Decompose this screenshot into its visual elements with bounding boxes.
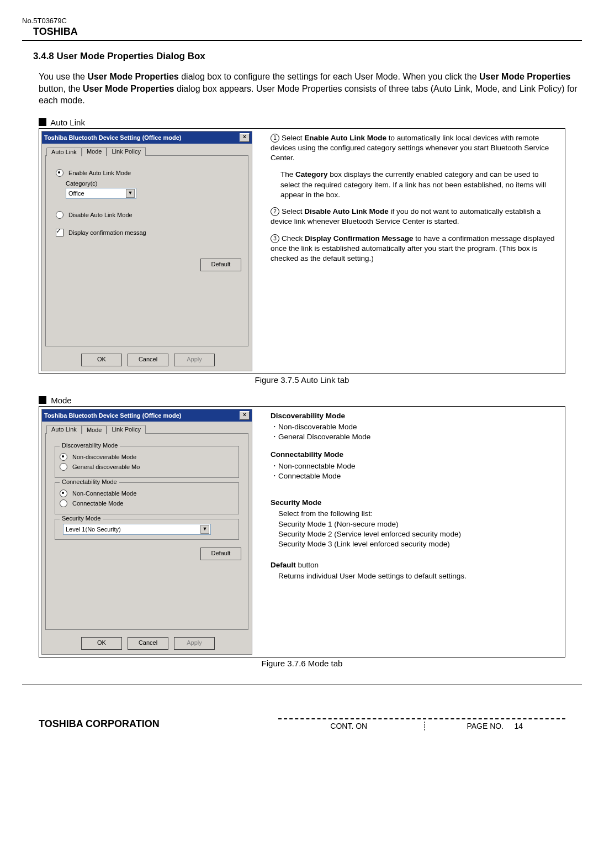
conn-opt1: ・Non-connectable Mode (271, 461, 557, 471)
non-connectable-label: Non-Connectable Mode (72, 490, 136, 497)
chevron-down-icon[interactable]: ▼ (126, 189, 135, 198)
square-bullet-icon (39, 396, 46, 404)
disc-opt2: ・General Discoverable Mode (271, 432, 557, 442)
tab-mode[interactable]: Mode (82, 147, 107, 156)
sec-0: Select from the following list: (278, 509, 557, 519)
intro-t3: button, the (39, 84, 83, 93)
intro-t1: You use the (39, 72, 87, 81)
apply-button[interactable]: Apply (174, 637, 215, 650)
dialog-titlebar: Toshiba Bluetooth Device Setting (Office… (42, 131, 252, 144)
autolink-dialog-image: Toshiba Bluetooth Device Setting (Office… (39, 129, 263, 373)
autolink-desc-1c: The Category box displays the currently … (271, 170, 557, 200)
close-icon[interactable]: × (240, 133, 250, 142)
cancel-button[interactable]: Cancel (128, 637, 168, 650)
mode-dialog: Toshiba Bluetooth Device Setting (Office… (41, 409, 252, 655)
tabs-row: Auto Link Mode Link Policy (46, 425, 250, 434)
conn-title: Connectability Mode (271, 450, 343, 459)
al-d1a: Select (282, 134, 304, 142)
connectability-group: Connectability Mode Non-Connectable Mode… (55, 482, 239, 514)
dialog-title: Toshiba Bluetooth Device Setting (Office… (44, 134, 182, 141)
circled-1-icon: 1 (271, 134, 279, 143)
al-d1bold: Enable Auto Link Mode (304, 134, 386, 142)
autolink-figure-box: Toshiba Bluetooth Device Setting (Office… (39, 128, 565, 374)
al-d3bold: Display Confirmation Message (305, 234, 414, 243)
autolink-panel: Enable Auto Link Mode Category(c) Office… (45, 155, 248, 346)
dialog-button-bar: OK Cancel Apply (42, 634, 252, 654)
radio-off-icon[interactable] (60, 499, 67, 507)
tab-autolink[interactable]: Auto Link (46, 148, 82, 156)
mode-caption: Figure 3.7.6 Mode tab (22, 659, 582, 668)
square-bullet-icon (39, 118, 46, 126)
discoverability-legend: Discoverability Mode (60, 442, 120, 449)
enable-autolink-row[interactable]: Enable Auto Link Mode (56, 169, 241, 177)
sec-1: Security Mode 1 (Non-secure mode) (278, 519, 557, 529)
radio-off-icon[interactable] (56, 211, 63, 219)
intro-b3: User Mode Properties (83, 84, 174, 93)
display-confirm-row[interactable]: Display confirmation messag (56, 229, 241, 236)
section-heading: 3.4.8 User Mode Properties Dialog Box (33, 51, 582, 62)
intro-paragraph: You use the User Mode Properties dialog … (39, 71, 582, 107)
category-value: Office (68, 190, 84, 197)
tab-mode[interactable]: Mode (82, 425, 107, 434)
tab-linkpolicy[interactable]: Link Policy (107, 425, 146, 434)
display-confirm-label: Display confirmation messag (68, 229, 146, 236)
cont-on: CONT. ON (278, 722, 425, 730)
footer-corp: TOSHIBA CORPORATION (39, 718, 160, 730)
mode-figure-box: Toshiba Bluetooth Device Setting (Office… (39, 406, 565, 657)
sec-2: Security Mode 2 (Service level enforced … (278, 529, 557, 539)
autolink-heading-text: Auto Link (50, 118, 85, 127)
dialog-titlebar: Toshiba Bluetooth Device Setting (Office… (42, 409, 252, 422)
intro-t2: dialog box to configure the settings for… (179, 72, 479, 81)
radio-on-icon[interactable] (56, 169, 63, 177)
radio-off-icon[interactable] (60, 463, 67, 471)
al-d3a: Check (282, 234, 305, 243)
autolink-dialog: Toshiba Bluetooth Device Setting (Office… (41, 131, 252, 371)
section-title: User Mode Properties Dialog Box (57, 51, 205, 61)
conn-opt2: ・Connectable Mode (271, 471, 557, 481)
autolink-desc-3: 3Check Display Confirmation Message to h… (271, 234, 557, 264)
radio-on-icon[interactable] (60, 490, 67, 497)
default-button[interactable]: Default (200, 548, 241, 560)
general-discoverable-row[interactable]: General discoverable Mo (60, 463, 234, 471)
tab-autolink[interactable]: Auto Link (46, 425, 82, 434)
general-discoverable-label: General discoverable Mo (72, 464, 140, 470)
page-no: 14 (515, 722, 523, 730)
al-d2a: Select (282, 207, 304, 215)
mode-panel: Discoverability Mode Non-discoverable Mo… (45, 433, 248, 630)
mode-heading-text: Mode (51, 396, 72, 405)
security-combo[interactable]: Level 1(No Security) ▼ (63, 524, 211, 535)
enable-autolink-label: Enable Auto Link Mode (68, 170, 131, 176)
apply-button[interactable]: Apply (174, 354, 215, 366)
security-value: Level 1(No Security) (66, 526, 121, 533)
tabs-row: Auto Link Mode Link Policy (46, 147, 250, 156)
close-icon[interactable]: × (240, 411, 250, 420)
tab-linkpolicy[interactable]: Link Policy (107, 147, 146, 156)
non-discoverable-row[interactable]: Non-discoverable Mode (60, 453, 234, 461)
sec-3: Security Mode 3 (Link level enforced sec… (278, 539, 557, 549)
connectable-label: Connectable Mode (72, 500, 123, 507)
chevron-down-icon[interactable]: ▼ (200, 525, 209, 534)
default-button[interactable]: Default (200, 259, 241, 271)
footer-right: CONT. ON PAGE NO. 14 (278, 718, 565, 730)
ok-button[interactable]: OK (81, 354, 122, 366)
connectable-row[interactable]: Connectable Mode (60, 499, 234, 507)
mode-heading: Mode (39, 396, 582, 405)
al-d1cbold: Category (295, 170, 328, 178)
radio-on-icon[interactable] (60, 453, 67, 461)
disc-title: Discoverability Mode (271, 412, 345, 420)
disc-opt1: ・Non-discoverable Mode (271, 422, 557, 432)
page-no-label: PAGE NO. (467, 722, 504, 730)
mode-description: Discoverability Mode ・Non-discoverable M… (263, 407, 565, 657)
discoverability-group: Discoverability Mode Non-discoverable Mo… (55, 446, 239, 478)
def-suffix: button (296, 561, 319, 569)
al-d2bold: Disable Auto Link Mode (304, 207, 389, 215)
cancel-button[interactable]: Cancel (128, 354, 168, 366)
sec-title: Security Mode (271, 498, 321, 507)
checkbox-on-icon[interactable] (56, 229, 63, 236)
dialog-title: Toshiba Bluetooth Device Setting (Office… (44, 412, 182, 419)
non-connectable-row[interactable]: Non-Connectable Mode (60, 490, 234, 497)
category-combo[interactable]: Office ▼ (66, 188, 136, 199)
disable-autolink-row[interactable]: Disable Auto Link Mode (56, 211, 241, 219)
ok-button[interactable]: OK (81, 637, 122, 650)
doc-number: No.5T03679C (22, 17, 582, 25)
